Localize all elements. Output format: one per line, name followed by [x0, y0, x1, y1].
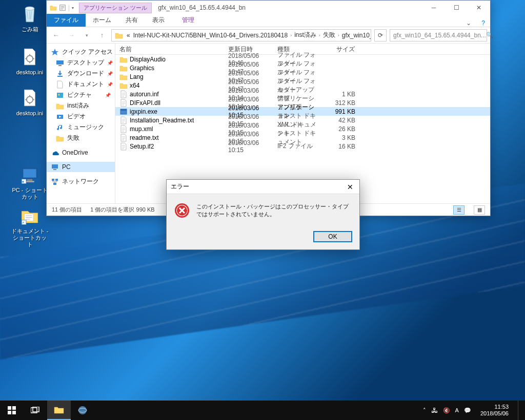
- file-icon: [119, 125, 128, 133]
- tray-expand-icon[interactable]: ˄: [423, 407, 426, 414]
- svg-rect-22: [120, 109, 127, 111]
- tray-volume-icon[interactable]: 🔇: [443, 407, 450, 414]
- file-name: readme.txt: [130, 134, 159, 141]
- pc-shortcut[interactable]: PC - ショートカット: [10, 164, 49, 200]
- file-name: autorun.inf: [130, 91, 159, 98]
- crumb-1[interactable]: inst済み: [293, 31, 318, 39]
- tray-notifications-icon[interactable]: 💬: [464, 407, 471, 414]
- tab-home[interactable]: ホーム: [86, 14, 118, 27]
- nav-failed[interactable]: 失敗: [47, 133, 115, 143]
- nav-videos[interactable]: ビデオ: [47, 111, 115, 122]
- help-icon[interactable]: ?: [476, 19, 490, 27]
- tray-network-icon[interactable]: 🖧: [431, 407, 438, 414]
- close-button[interactable]: ✕: [468, 1, 490, 15]
- nav-inst[interactable]: inst済み: [47, 100, 115, 111]
- file-date: 2018/03/06 10:15: [224, 139, 273, 154]
- recycle-bin[interactable]: ごみ箱: [10, 3, 49, 33]
- titlebar[interactable]: | ▾ アプリケーション ツール gfx_win10_64_15.65.4.49…: [47, 1, 490, 15]
- file-size: 42 KB: [324, 117, 359, 124]
- taskbar-app[interactable]: [71, 401, 94, 420]
- refresh-button[interactable]: ⟳: [374, 29, 387, 41]
- folder-icon: [119, 55, 128, 64]
- chevron-right-icon[interactable]: ›: [337, 33, 340, 38]
- file-size: 3 KB: [324, 134, 359, 141]
- taskbar-explorer[interactable]: [47, 401, 71, 420]
- nav-network[interactable]: ネットワーク: [47, 176, 115, 187]
- forward-button[interactable]: →: [65, 29, 77, 41]
- svg-point-14: [58, 94, 60, 95]
- crumb-3[interactable]: gfx_win10_64_15.65.4.4944_bn: [340, 32, 371, 39]
- app-tools-tab[interactable]: アプリケーション ツール: [79, 3, 152, 13]
- search-placeholder: gfx_win10_64_15.65.4.4944_bn...: [393, 32, 486, 39]
- ok-button[interactable]: OK: [313, 231, 352, 242]
- recent-dropdown-icon[interactable]: ▾: [80, 29, 93, 41]
- properties-icon[interactable]: [59, 4, 66, 11]
- file-row[interactable]: Setup.if22018/03/06 10:15IF2 ファイル16 KB: [115, 142, 490, 151]
- show-desktop-button[interactable]: [518, 401, 521, 420]
- crumb-2[interactable]: 失敗: [321, 31, 337, 39]
- status-count: 11 個の項目: [52, 206, 82, 214]
- nav-onedrive[interactable]: OneDrive: [47, 148, 115, 158]
- chevron-right-icon[interactable]: ›: [289, 33, 293, 38]
- tray-ime-icon[interactable]: A: [455, 407, 459, 413]
- ribbon-expand-icon[interactable]: ⌄: [461, 19, 476, 27]
- maximize-button[interactable]: ☐: [445, 1, 468, 15]
- svg-rect-12: [58, 65, 62, 66]
- icons-view-button[interactable]: ▦: [474, 205, 485, 215]
- tab-file[interactable]: ファイル: [47, 14, 86, 27]
- chevron-right-icon[interactable]: ›: [318, 33, 321, 38]
- file-icon: [119, 116, 128, 124]
- tab-manage[interactable]: 管理: [172, 14, 205, 27]
- desktop-ini-2[interactable]: desktop.ini: [10, 87, 49, 117]
- file-size: 991 KB: [324, 108, 359, 115]
- nav-documents[interactable]: ドキュメント📌: [47, 79, 115, 90]
- ribbon: ファイル ホーム 共有 表示 管理 ⌄ ?: [47, 15, 490, 27]
- col-name[interactable]: 名前: [115, 44, 224, 54]
- file-name: igxpin.exe: [130, 108, 157, 115]
- file-icon: [119, 134, 128, 142]
- dialog-titlebar[interactable]: エラー ✕: [167, 180, 359, 194]
- svg-rect-19: [55, 179, 58, 181]
- svg-rect-5: [27, 179, 33, 181]
- start-button[interactable]: [0, 401, 24, 420]
- up-button[interactable]: ↑: [96, 29, 108, 41]
- documents-shortcut[interactable]: ドキュメント - ショートカット: [10, 205, 49, 248]
- svg-rect-27: [12, 406, 16, 410]
- file-size: 16 KB: [324, 143, 359, 150]
- qat-dropdown-icon[interactable]: ▾: [72, 6, 74, 10]
- svg-point-0: [25, 7, 34, 10]
- minimize-button[interactable]: ─: [422, 1, 445, 15]
- svg-rect-16: [52, 164, 58, 169]
- nav-quick-access[interactable]: クイック アクセス: [47, 47, 115, 57]
- error-icon: [174, 202, 190, 219]
- nav-pc[interactable]: PC: [47, 162, 115, 172]
- back-button[interactable]: ←: [50, 29, 62, 41]
- svg-point-32: [78, 406, 87, 414]
- file-icon: [119, 99, 128, 107]
- crumb-0[interactable]: Intel-NUC-Kit-NUC7i5BNH_Win10-64_Drivers…: [132, 32, 289, 39]
- search-input[interactable]: gfx_win10_64_15.65.4.4944_bn... 🔍: [390, 29, 487, 41]
- svg-rect-4: [24, 170, 36, 178]
- file-name: mup.xml: [130, 125, 153, 133]
- taskbar-clock[interactable]: 11:53 2018/05/06: [476, 404, 513, 417]
- details-view-button[interactable]: ☰: [453, 205, 465, 215]
- dialog-title: エラー: [171, 182, 345, 191]
- col-size[interactable]: サイズ: [324, 44, 359, 54]
- file-row[interactable]: readme.txt2018/03/06 10:15テキスト ドキュメント3 K…: [115, 133, 490, 142]
- nav-pane: クイック アクセス デスクトップ📌 ダウンロード📌 ドキュメント📌 ピクチャ📌 …: [47, 44, 115, 203]
- tab-view[interactable]: 表示: [145, 14, 172, 27]
- nav-music[interactable]: ミュージック: [47, 122, 115, 133]
- pin-icon: 📌: [107, 60, 113, 66]
- dialog-close-button[interactable]: ✕: [345, 183, 355, 191]
- nav-desktop[interactable]: デスクトップ📌: [47, 57, 115, 68]
- task-view-button[interactable]: [24, 401, 47, 420]
- pin-icon: 📌: [107, 82, 113, 87]
- desktop-ini-1[interactable]: desktop.ini: [10, 46, 49, 76]
- nav-downloads[interactable]: ダウンロード📌: [47, 68, 115, 79]
- search-icon[interactable]: 🔍: [486, 32, 493, 38]
- tab-share[interactable]: 共有: [118, 14, 145, 27]
- file-name: DIFxAPI.dll: [130, 99, 160, 107]
- file-icon: [119, 90, 128, 98]
- breadcrumb[interactable]: « Intel-NUC-Kit-NUC7i5BNH_Win10-64_Drive…: [111, 29, 371, 41]
- nav-pictures[interactable]: ピクチャ📌: [47, 90, 115, 100]
